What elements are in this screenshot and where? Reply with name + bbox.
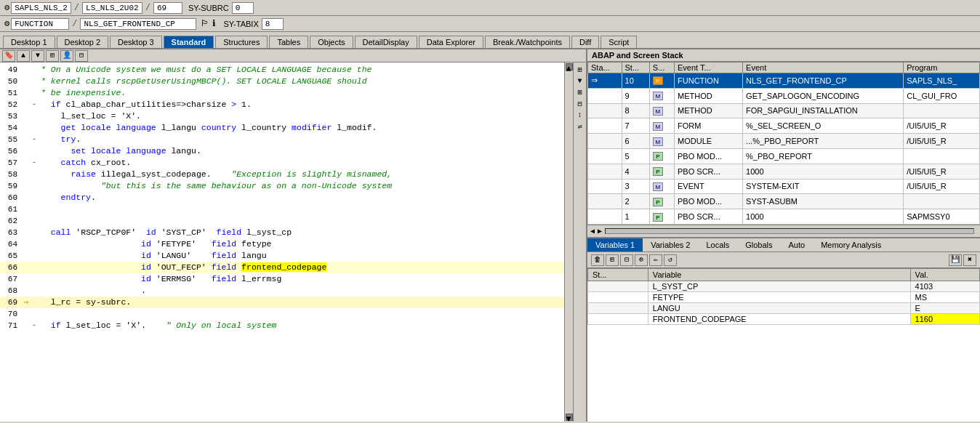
table-row[interactable]: 9MMETHODGET_SAPLOGON_ENCODINGCL_GUI_FRO bbox=[588, 88, 980, 103]
vars-col-sta: St... bbox=[588, 269, 648, 281]
line-expand: - bbox=[32, 134, 41, 145]
tab-memory-analysis[interactable]: Memory Analysis bbox=[813, 238, 889, 251]
save-var-icon[interactable]: 💾 bbox=[949, 254, 962, 266]
edit-var-icon[interactable]: ✏ bbox=[649, 254, 662, 266]
stack-cell-event-type: PBO SCR... bbox=[675, 209, 743, 225]
tab-desktop2[interactable]: Desktop 2 bbox=[57, 36, 109, 48]
side-icon-5[interactable]: ↕ bbox=[577, 111, 582, 119]
table-row[interactable]: 1PPBO SCR...1000SAPMSSY0 bbox=[588, 209, 980, 225]
person-icon[interactable]: 👤 bbox=[60, 50, 73, 62]
side-icon-3[interactable]: ⊠ bbox=[577, 88, 582, 97]
table-row[interactable]: 3MEVENTSYSTEM-EXIT/UI5/UI5_R bbox=[588, 179, 980, 194]
table-row[interactable]: FETYPEMS bbox=[588, 292, 980, 303]
stack-cell-event-type: MODULE bbox=[675, 134, 743, 149]
main-tab-bar: Desktop 1 Desktop 2 Desktop 3 Standard S… bbox=[0, 32, 980, 49]
table-row[interactable]: 6MMODULE...%_PBO_REPORT/UI5/UI5_R bbox=[588, 134, 980, 149]
stack-cell-icon: P bbox=[649, 209, 674, 225]
program-name[interactable]: SAPLS_NLS_2 bbox=[11, 2, 71, 14]
line-number[interactable]: 69 bbox=[153, 2, 182, 14]
tab-objects[interactable]: Objects bbox=[310, 36, 353, 48]
main-content: 🔖 ▲ ▼ ⊞ 👤 ⊟ 49 * On a Unicode system we … bbox=[0, 49, 980, 422]
layout-icon[interactable]: ⊟ bbox=[75, 50, 88, 62]
tab-diff[interactable]: Diff bbox=[571, 36, 599, 48]
refresh-var-icon[interactable]: ↺ bbox=[664, 254, 677, 266]
code-area[interactable]: 49 * On a Unicode system we must do a SE… bbox=[0, 63, 586, 422]
tab-structures[interactable]: Structures bbox=[215, 36, 268, 48]
tab-dataexplorer[interactable]: Data Explorer bbox=[419, 36, 483, 48]
table-row[interactable]: 4PPBO SCR...1000/UI5/UI5_R bbox=[588, 164, 980, 179]
close-var-icon[interactable]: ✖ bbox=[963, 254, 976, 266]
table-row[interactable]: 7MFORM%_SEL_SCREEN_O/UI5/UI5_R bbox=[588, 118, 980, 134]
table-row: 54 get locale language l_langu country l… bbox=[0, 122, 564, 134]
scroll-left-icon[interactable]: ◀ bbox=[590, 227, 595, 235]
table-row[interactable]: L_SYST_CP4103 bbox=[588, 281, 980, 292]
line-num: 54 bbox=[0, 122, 20, 134]
table-row: 56 set locale language langu. bbox=[0, 145, 564, 157]
code-scrollbar[interactable]: ▲ ▼ bbox=[564, 63, 573, 422]
stack-cell-event-type: EVENT bbox=[675, 179, 743, 194]
tab-desktop3[interactable]: Desktop 3 bbox=[110, 36, 162, 48]
table-row[interactable]: 5PPBO MOD...%_PBO_REPORT bbox=[588, 148, 980, 164]
func-type[interactable]: FUNCTION bbox=[11, 18, 69, 30]
scroll-down-arrow[interactable]: ▼ bbox=[566, 414, 573, 421]
side-icon-1[interactable]: ⊞ bbox=[577, 65, 582, 74]
table-row: 63 call 'RSCP_TCP0F' id 'SYST_CP' field … bbox=[0, 227, 564, 238]
info-icon[interactable]: ℹ bbox=[212, 18, 216, 29]
scroll-up-arrow[interactable]: ▲ bbox=[566, 63, 573, 70]
tab-detaildisplay[interactable]: DetailDisplay bbox=[355, 36, 417, 48]
tab-desktop1[interactable]: Desktop 1 bbox=[3, 36, 55, 48]
side-icon-2[interactable]: ▼ bbox=[577, 77, 582, 85]
collapse-var-icon[interactable]: ⊟ bbox=[620, 254, 633, 266]
arrow-down-icon[interactable]: ▼ bbox=[31, 50, 44, 62]
tab-tables[interactable]: Tables bbox=[269, 36, 308, 48]
tab-locals[interactable]: Locals bbox=[698, 238, 737, 251]
side-icon-6[interactable]: ⇌ bbox=[577, 122, 582, 131]
delete-var-icon[interactable]: 🗑 bbox=[591, 254, 604, 266]
table-row: 71 - if l_set_loc = 'X'. " Only on local… bbox=[0, 320, 564, 331]
side-icon-4[interactable]: ⊟ bbox=[577, 100, 582, 108]
arrow-up-icon[interactable]: ▲ bbox=[17, 50, 30, 62]
table-row: 61 bbox=[0, 204, 564, 215]
table-row: 52 - if cl_abap_char_utilities=>charsize… bbox=[0, 99, 564, 110]
vars-panel: Variables 1 Variables 2 Locals Globals A… bbox=[587, 238, 980, 422]
stack-cell-program bbox=[904, 103, 980, 118]
line-num: 70 bbox=[0, 308, 20, 320]
tab-auto[interactable]: Auto bbox=[781, 238, 814, 251]
stack-scroll[interactable]: ◀ ▶ bbox=[587, 225, 980, 237]
line-num: 58 bbox=[0, 169, 20, 180]
func-name[interactable]: NLS_GET_FRONTEND_CP bbox=[80, 18, 196, 30]
table-row[interactable]: FRONTEND_CODEPAGE1160 bbox=[588, 314, 980, 325]
filter-icon[interactable]: ⊞ bbox=[46, 50, 59, 62]
stack-cell-event: %_SEL_SCREEN_O bbox=[743, 118, 904, 134]
stack-cell-event: 1000 bbox=[743, 164, 904, 179]
scroll-thumb[interactable] bbox=[605, 228, 974, 234]
tab-variables2[interactable]: Variables 2 bbox=[643, 238, 698, 251]
flag-icon[interactable]: 🏳 bbox=[201, 18, 209, 29]
expand-var-icon[interactable]: ⊞ bbox=[606, 254, 619, 266]
table-row[interactable]: 2PPBO MOD...SYST-ASUBM bbox=[588, 194, 980, 209]
stack-cell-num: 9 bbox=[622, 88, 649, 103]
table-row: 51 * be inexpensive. bbox=[0, 87, 564, 99]
tab-script[interactable]: Script bbox=[601, 36, 637, 48]
tab-breakwatchpoints[interactable]: Break./Watchpoints bbox=[485, 36, 570, 48]
tab-globals[interactable]: Globals bbox=[737, 238, 780, 251]
vars-cell-st bbox=[588, 281, 648, 292]
stack-col-eventtype: Event T... bbox=[675, 63, 743, 73]
table-row: 64 id 'FETYPE' field fetype bbox=[0, 238, 564, 250]
line-code: set locale language langu. bbox=[41, 145, 564, 157]
stack-cell-num: 6 bbox=[622, 134, 649, 149]
scroll-right-icon[interactable]: ▶ bbox=[598, 227, 602, 235]
line-num: 64 bbox=[0, 238, 20, 250]
stack-cell-arrow bbox=[588, 118, 622, 134]
table-row[interactable]: LANGUE bbox=[588, 303, 980, 314]
table-row: 59 "but this is the same behaviour as on… bbox=[0, 180, 564, 192]
include-name[interactable]: LS_NLS_2U02 bbox=[82, 2, 142, 14]
tab-standard[interactable]: Standard bbox=[164, 36, 214, 48]
stack-cell-event: SYSTEM-EXIT bbox=[743, 179, 904, 194]
table-row[interactable]: ⇒10FFUNCTIONNLS_GET_FRONTEND_CPSAPLS_NLS… bbox=[588, 73, 980, 89]
table-row[interactable]: 8MMETHODFOR_SAPGUI_INSTALLATION bbox=[588, 103, 980, 118]
tab-variables1[interactable]: Variables 1 bbox=[587, 238, 643, 251]
bookmark-icon[interactable]: 🔖 bbox=[2, 50, 15, 62]
add-var-icon[interactable]: ⊕ bbox=[635, 254, 648, 266]
stack-cell-event-type: METHOD bbox=[675, 88, 743, 103]
